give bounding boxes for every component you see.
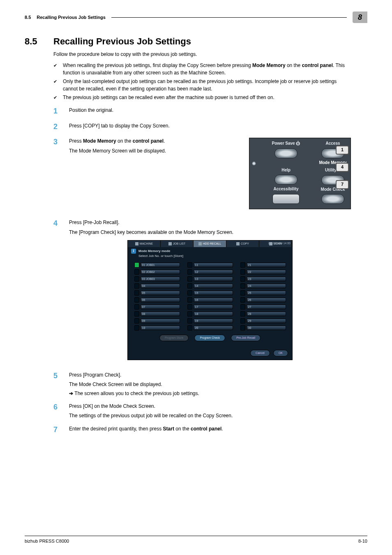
job-slot-label: 02 JOB02 — [141, 270, 180, 274]
job-slot[interactable]: 12 — [187, 269, 233, 275]
job-slot-label: 20 — [194, 326, 233, 330]
job-slot[interactable]: 10 — [134, 325, 180, 331]
step-7-text-1: Enter the desired print quantity, then p… — [69, 426, 351, 432]
job-lamp-icon — [240, 269, 245, 275]
job-slot-label: 06 — [141, 298, 180, 302]
job-lamp-icon — [240, 283, 245, 289]
job-slot[interactable]: 22 — [240, 269, 286, 275]
job-slot[interactable]: 11 — [187, 262, 233, 268]
job-slot[interactable]: 29 — [240, 318, 286, 324]
list-icon — [168, 242, 172, 245]
program-store-button[interactable]: Program Store — [159, 335, 189, 341]
job-slot[interactable]: 24 — [240, 283, 286, 289]
job-lamp-icon — [187, 262, 192, 268]
job-slot[interactable]: 08 — [134, 311, 180, 317]
running-head: 8.5 Recalling Previous Job Settings 8 — [25, 12, 367, 23]
step-1-text: Position the original. — [69, 107, 351, 114]
job-slot[interactable]: 02 JOB02 — [134, 269, 180, 275]
job-slot[interactable]: 07 — [134, 304, 180, 310]
job-slot[interactable]: 05 — [134, 290, 180, 296]
job-lamp-icon — [134, 283, 139, 289]
help-button[interactable] — [274, 175, 297, 185]
job-slot[interactable]: 03 JOB03 — [134, 276, 180, 282]
job-slot[interactable]: 19 — [187, 318, 233, 324]
ok-button[interactable]: OK — [273, 350, 288, 356]
job-slot[interactable]: 21 — [240, 262, 286, 268]
job-lamp-icon — [187, 311, 192, 317]
header-rule — [111, 17, 347, 18]
job-lamp-icon — [240, 276, 245, 282]
job-slot-label: 05 — [141, 291, 180, 295]
step-6-text-1: Press [OK] on the Mode Check Screen. — [69, 403, 351, 410]
job-slot[interactable]: 30 — [240, 325, 286, 331]
job-lamp-icon — [240, 304, 245, 310]
step-5-text-1: Press [Program Check]. — [69, 372, 351, 379]
job-slot[interactable]: 09 — [134, 318, 180, 324]
bullet-1: When recalling the previous job settings… — [63, 62, 351, 76]
job-slot[interactable]: 13 — [187, 276, 233, 282]
job-slot-label: 29 — [247, 319, 286, 323]
job-slot[interactable]: 25 — [240, 290, 286, 296]
job-slot[interactable]: 04 — [134, 283, 180, 289]
tab-machine[interactable]: MACHINE — [128, 240, 161, 247]
footer-product: bizhub PRESS C8000 — [25, 539, 69, 543]
job-slot[interactable]: 23 — [240, 276, 286, 282]
job-slot[interactable]: 14 — [187, 283, 233, 289]
tab-hdd-recall[interactable]: HDD RECALL — [194, 240, 226, 247]
cancel-button[interactable]: Cancel — [250, 350, 270, 356]
intro-paragraph: Follow the procedure below to copy with … — [53, 51, 351, 58]
help-label: Help — [281, 167, 291, 173]
machine-icon — [135, 242, 138, 245]
job-slot[interactable]: 27 — [240, 304, 286, 310]
job-slot-label: 17 — [194, 305, 233, 309]
job-slot[interactable]: 16 — [187, 297, 233, 303]
job-slot[interactable]: 28 — [240, 311, 286, 317]
heading-number: 8.5 — [25, 36, 45, 47]
mode-check-button[interactable] — [321, 194, 344, 204]
bullet-3: The previous job settings can be recalle… — [63, 94, 274, 101]
header-section-title: Recalling Previous Job Settings — [37, 15, 106, 20]
job-slot[interactable]: 20 — [187, 325, 233, 331]
job-lamp-icon — [187, 290, 192, 296]
job-slot-label: 14 — [194, 284, 233, 288]
screen-footer: Program Store Program Check Pre-Job Reca… — [128, 335, 292, 341]
keypad-7[interactable]: 7 — [336, 180, 349, 189]
accessibility-button[interactable] — [272, 194, 300, 204]
pre-job-recall-button[interactable]: Pre-Job Recall — [231, 335, 261, 341]
keypad-4[interactable]: 4 — [336, 163, 349, 172]
job-slot-label: 03 JOB03 — [141, 277, 180, 281]
program-check-button[interactable]: Program Check — [194, 335, 225, 341]
job-slot[interactable]: 18 — [187, 311, 233, 317]
check-icon — [53, 94, 57, 101]
keypad-1[interactable]: 1 — [336, 146, 349, 155]
tab-job-list[interactable]: JOB LIST — [161, 240, 194, 247]
step-4-text-1: Press [Pre-Job Recall]. — [69, 219, 351, 226]
job-slot-label: 07 — [141, 305, 180, 309]
job-slot-label: 19 — [194, 319, 233, 323]
control-panel-photo: ✺ Power Save ⏻ Help Accessibility — [249, 138, 351, 209]
job-slot[interactable]: 06 — [134, 297, 180, 303]
job-slot[interactable]: 01 JOB01 — [134, 262, 180, 268]
job-slot[interactable]: 15 — [187, 290, 233, 296]
job-lamp-icon — [134, 290, 139, 296]
bullet-2: Only the last-completed output job setti… — [63, 78, 351, 92]
header-section-no: 8.5 — [25, 15, 31, 20]
job-lamp-icon — [187, 269, 192, 275]
job-slot-label: 08 — [141, 312, 180, 316]
step-2-text: Press [COPY] tab to display the Copy Scr… — [69, 123, 351, 130]
job-slot-label: 26 — [247, 298, 286, 302]
tab-copy[interactable]: COPY — [226, 240, 259, 247]
job-slot-label: 24 — [247, 284, 286, 288]
procedure-list: 1Position the original. 2Press [COPY] ta… — [53, 107, 351, 435]
accessibility-label: Accessibility — [273, 186, 298, 192]
job-lamp-icon — [134, 297, 139, 303]
job-slot[interactable]: 26 — [240, 297, 286, 303]
job-slot-label: 16 — [194, 298, 233, 302]
job-slot-label: 09 — [141, 319, 180, 323]
job-lamp-icon — [187, 318, 192, 324]
step-number: 3 — [53, 138, 61, 213]
power-save-button[interactable] — [274, 148, 297, 158]
step-number: 2 — [53, 123, 61, 132]
job-slot[interactable]: 17 — [187, 304, 233, 310]
hdd-icon — [198, 242, 202, 245]
